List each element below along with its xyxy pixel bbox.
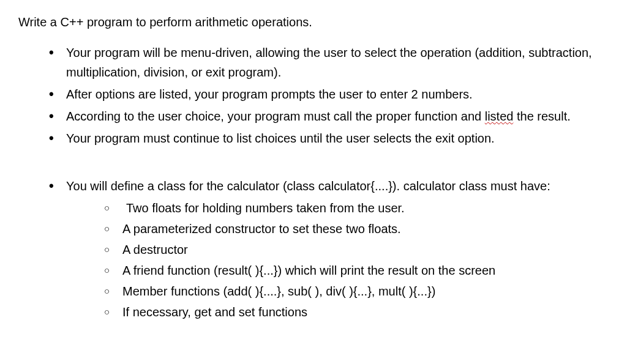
sub-bullet-item: Member functions (add( ){....}, sub( ), …: [104, 281, 609, 301]
bullet-text: After options are listed, your program p…: [66, 87, 473, 101]
sub-bullet-item: A friend function (result( ){...}) which…: [104, 261, 609, 280]
bullet-item: After options are listed, your program p…: [49, 84, 609, 104]
sub-bullet-item: A parameterized constructor to set these…: [104, 219, 609, 239]
sub-bullet-text: Member functions (add( ){....}, sub( ), …: [122, 284, 435, 298]
bullet-text: Your program must continue to list choic…: [66, 132, 495, 145]
bullet-text: Your program will be menu-driven, allowi…: [66, 46, 592, 79]
spacer: [18, 150, 609, 176]
bullet-item: Your program must continue to list choic…: [49, 128, 609, 148]
sub-bullet-item: A destructor: [104, 240, 609, 259]
sub-bullet-text: A friend function (result( ){...}) which…: [122, 264, 495, 277]
sub-bullet-text: Two floats for holding numbers taken fro…: [122, 201, 405, 215]
outer-list-2: You will define a class for the calculat…: [18, 176, 609, 322]
bullet-text-suffix: the result.: [513, 110, 570, 123]
bullet-text: You will define a class for the calculat…: [66, 179, 550, 193]
sub-bullet-item: Two floats for holding numbers taken fro…: [104, 198, 609, 218]
bullet-item: You will define a class for the calculat…: [49, 176, 609, 322]
bullet-item: Your program will be menu-driven, allowi…: [49, 43, 609, 82]
sub-bullet-text: A parameterized constructor to set these…: [122, 222, 401, 236]
bullet-text-prefix: According to the user choice, your progr…: [66, 110, 485, 123]
wavy-underline-word: listed: [485, 110, 514, 123]
sub-bullet-item: If necessary, get and set functions: [104, 302, 609, 322]
outer-list: Your program will be menu-driven, allowi…: [18, 43, 609, 148]
sub-bullet-text: If necessary, get and set functions: [122, 305, 307, 319]
document-title: Write a C++ program to perform arithmeti…: [18, 12, 609, 32]
inner-list: Two floats for holding numbers taken fro…: [66, 198, 609, 322]
sub-bullet-text: A destructor: [122, 243, 188, 256]
bullet-item: According to the user choice, your progr…: [49, 106, 609, 126]
